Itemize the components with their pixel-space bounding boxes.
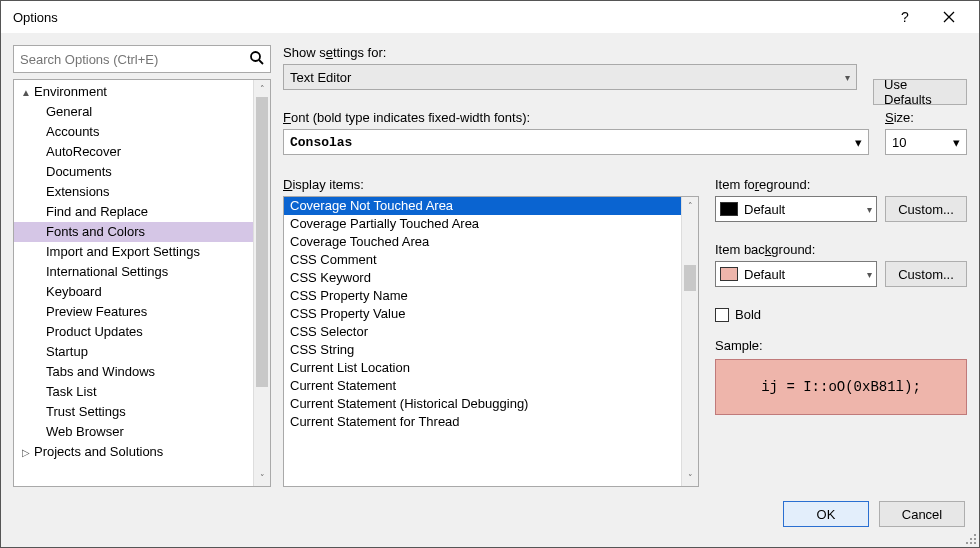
size-label: Size: (885, 110, 967, 125)
list-item[interactable]: CSS Property Value (284, 305, 681, 323)
list-item[interactable]: CSS Comment (284, 251, 681, 269)
tree-item-label: AutoRecover (46, 144, 121, 159)
options-dialog: Options ? ▲EnvironmentGeneralAccountsAut… (0, 0, 980, 548)
tree-item-label: Trust Settings (46, 404, 126, 419)
tree-item[interactable]: Task List (14, 382, 253, 402)
use-defaults-button[interactable]: Use Defaults (873, 79, 967, 105)
tree-item-label: Startup (46, 344, 88, 359)
display-items[interactable]: Coverage Not Touched AreaCoverage Partia… (284, 197, 681, 486)
bold-checkbox[interactable]: Bold (715, 307, 967, 322)
tree-item-label: Fonts and Colors (46, 224, 145, 239)
scroll-up-icon[interactable]: ˄ (254, 80, 270, 97)
titlebar: Options ? (1, 1, 979, 33)
font-label: Font (bold type indicates fixed-width fo… (283, 110, 869, 125)
scroll-up-icon[interactable]: ˄ (682, 197, 698, 214)
item-bg-select[interactable]: Default ▾ (715, 261, 877, 287)
tree-item-label: Extensions (46, 184, 110, 199)
resize-grip-icon[interactable] (965, 533, 977, 545)
size-select[interactable]: 10 ▾ (885, 129, 967, 155)
tree-item[interactable]: Find and Replace (14, 202, 253, 222)
tree-items: ▲EnvironmentGeneralAccountsAutoRecoverDo… (14, 80, 253, 486)
tree-item[interactable]: ▲Environment (14, 82, 253, 102)
list-item[interactable]: Current List Location (284, 359, 681, 377)
close-icon (943, 11, 955, 23)
tree-item[interactable]: Tabs and Windows (14, 362, 253, 382)
tree-item[interactable]: Extensions (14, 182, 253, 202)
search-input[interactable] (13, 45, 271, 73)
svg-line-1 (259, 60, 263, 64)
list-item[interactable]: Current Statement for Thread (284, 413, 681, 431)
tree-item[interactable]: General (14, 102, 253, 122)
scroll-down-icon[interactable]: ˅ (254, 469, 270, 486)
scroll-down-icon[interactable]: ˅ (682, 469, 698, 486)
tree-item-label: Web Browser (46, 424, 124, 439)
tree-item[interactable]: Web Browser (14, 422, 253, 442)
list-item[interactable]: Current Statement (Historical Debugging) (284, 395, 681, 413)
tree-item[interactable]: Preview Features (14, 302, 253, 322)
scroll-thumb[interactable] (256, 97, 268, 387)
show-settings-select[interactable]: Text Editor ▾ (283, 64, 857, 90)
scroll-thumb[interactable] (684, 265, 696, 291)
list-scrollbar[interactable]: ˄ ˅ (681, 197, 698, 486)
tree-item[interactable]: Documents (14, 162, 253, 182)
chevron-down-icon: ▾ (845, 72, 850, 83)
dialog-body: ▲EnvironmentGeneralAccountsAutoRecoverDo… (1, 33, 979, 493)
chevron-down-icon: ▾ (953, 135, 960, 150)
main-panel: Use Defaults Show settings for: Text Edi… (283, 45, 967, 487)
list-item[interactable]: Coverage Not Touched Area (284, 197, 681, 215)
search-icon (249, 50, 265, 69)
tree-item-label: International Settings (46, 264, 168, 279)
tree-item[interactable]: International Settings (14, 262, 253, 282)
tree-item-label: Projects and Solutions (34, 444, 163, 459)
list-item[interactable]: Coverage Touched Area (284, 233, 681, 251)
category-tree: ▲EnvironmentGeneralAccountsAutoRecoverDo… (13, 79, 271, 487)
chevron-down-icon: ▾ (867, 204, 872, 215)
bg-custom-button[interactable]: Custom... (885, 261, 967, 287)
sample-label: Sample: (715, 338, 967, 353)
collapse-icon[interactable]: ▲ (20, 83, 32, 103)
fg-swatch (720, 202, 738, 216)
tree-scrollbar[interactable]: ˄ ˅ (253, 80, 270, 486)
fg-custom-button[interactable]: Custom... (885, 196, 967, 222)
tree-item-label: General (46, 104, 92, 119)
tree-item[interactable]: Trust Settings (14, 402, 253, 422)
display-items-label: Display items: (283, 177, 699, 192)
tree-item-label: Find and Replace (46, 204, 148, 219)
list-item[interactable]: Coverage Partially Touched Area (284, 215, 681, 233)
tree-item-label: Environment (34, 84, 107, 99)
search-box (13, 45, 271, 73)
tree-item[interactable]: Fonts and Colors (14, 222, 253, 242)
ok-button[interactable]: OK (783, 501, 869, 527)
sidebar: ▲EnvironmentGeneralAccountsAutoRecoverDo… (13, 45, 271, 487)
tree-item[interactable]: Accounts (14, 122, 253, 142)
tree-item[interactable]: Product Updates (14, 322, 253, 342)
cancel-button[interactable]: Cancel (879, 501, 965, 527)
tree-item-label: Task List (46, 384, 97, 399)
item-fg-select[interactable]: Default ▾ (715, 196, 877, 222)
tree-item[interactable]: AutoRecover (14, 142, 253, 162)
svg-point-0 (251, 52, 260, 61)
tree-item[interactable]: Startup (14, 342, 253, 362)
help-button[interactable]: ? (883, 2, 927, 32)
use-defaults-wrap: Use Defaults (873, 57, 967, 105)
font-select[interactable]: Consolas ▾ (283, 129, 869, 155)
close-button[interactable] (927, 2, 971, 32)
chevron-down-icon: ▾ (867, 269, 872, 280)
list-item[interactable]: CSS Selector (284, 323, 681, 341)
list-item[interactable]: CSS Property Name (284, 287, 681, 305)
color-panel: Item foreground: Default ▾ Custom... Ite… (715, 177, 967, 487)
expand-icon[interactable]: ▷ (20, 443, 32, 463)
list-item[interactable]: CSS Keyword (284, 269, 681, 287)
list-item[interactable]: CSS String (284, 341, 681, 359)
tree-item-label: Keyboard (46, 284, 102, 299)
checkbox-box (715, 308, 729, 322)
tree-item-label: Import and Export Settings (46, 244, 200, 259)
tree-item[interactable]: Import and Export Settings (14, 242, 253, 262)
list-item[interactable]: Current Statement (284, 377, 681, 395)
tree-item-label: Preview Features (46, 304, 147, 319)
chevron-down-icon: ▾ (855, 135, 862, 150)
item-bg-label: Item background: (715, 242, 967, 257)
tree-item[interactable]: ▷Projects and Solutions (14, 442, 253, 462)
tree-item[interactable]: Keyboard (14, 282, 253, 302)
item-fg-label: Item foreground: (715, 177, 967, 192)
